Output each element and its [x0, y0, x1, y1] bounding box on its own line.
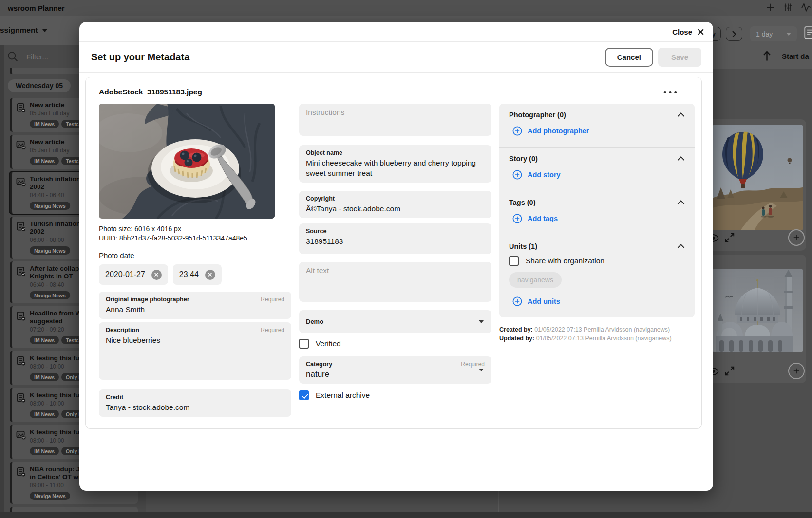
close-button-label[interactable]: Close [672, 28, 692, 36]
save-button[interactable]: Save [658, 48, 701, 67]
add-story-button[interactable]: Add story [512, 170, 561, 180]
balloon-photo[interactable] [713, 125, 803, 230]
media-card[interactable] [701, 119, 806, 251]
document-icon[interactable] [804, 26, 812, 40]
field-value: Mini cheesecake with blueberry and cherr… [306, 158, 485, 178]
relations-panel: Photographer (0) Add photographer Story … [499, 104, 695, 317]
photo-thumbnail[interactable] [99, 104, 275, 219]
checkbox-label: Share with organization [526, 257, 604, 265]
add-photographer-button[interactable]: Add photographer [512, 126, 589, 136]
add-media-button[interactable] [788, 363, 805, 379]
updated-by-value: 01/05/2022 07:13 Pernilla Arvidsson (nav… [536, 335, 672, 342]
clear-time-icon[interactable] [205, 270, 215, 280]
time-chip[interactable]: 23:44 [173, 264, 222, 285]
field-value: Tanya - stock.adobe.com [106, 402, 284, 412]
expand-icon[interactable] [724, 366, 735, 378]
article-check-icon [16, 266, 27, 277]
category-dropdown[interactable]: Category nature Required [299, 356, 491, 384]
date-chip[interactable]: 2020-01-27 [99, 264, 168, 285]
range-dropdown[interactable]: 1 day [750, 26, 797, 41]
collapse-icon[interactable] [677, 156, 685, 161]
view-dropdown[interactable]: ssignment [0, 26, 47, 35]
add-link-label: Add photographer [528, 127, 589, 135]
cancel-button[interactable]: Cancel [605, 48, 653, 67]
search-icon [7, 51, 19, 62]
scrollbar-track[interactable] [0, 45, 4, 518]
external-archive-checkbox[interactable] [299, 390, 309, 400]
next-button[interactable] [726, 27, 742, 41]
metadata-modal: Close Set up your Metadata Cancel Save A… [79, 22, 713, 491]
channel-badge: Naviga News [30, 492, 70, 500]
article-check-icon [16, 311, 27, 322]
sort-arrow-icon[interactable] [763, 50, 771, 62]
field-label: Original image photographer [106, 296, 284, 303]
clear-date-icon[interactable] [151, 270, 162, 280]
add-link-label: Add tags [528, 215, 558, 222]
add-tags-button[interactable]: Add tags [512, 214, 558, 223]
channel-badge: Naviga News [30, 291, 70, 299]
photo-uuid: UUID: 8bb21d37-fa28-5032-951d-5113347a48… [99, 234, 291, 243]
assignment-badges: Naviga News [30, 492, 134, 500]
add-units-button[interactable]: Add units [512, 296, 560, 306]
verified-checkbox[interactable] [299, 339, 309, 349]
collapse-icon[interactable] [677, 112, 685, 117]
column-header-start-date[interactable]: Start da [782, 52, 809, 60]
tags-section: Tags (0) Add tags [499, 191, 695, 235]
checkbox-label: Verified [316, 339, 341, 348]
object-name-field[interactable]: Object name Mini cheesecake with blueber… [299, 145, 491, 183]
mosque-photo[interactable] [713, 269, 803, 352]
section-header: Units (1) [509, 242, 685, 250]
audit-info: Created by: 01/05/2022 07:13 Pernilla Ar… [499, 326, 695, 343]
share-with-organization-row[interactable]: Share with organization [509, 256, 685, 266]
photo-date-label: Photo date [99, 251, 291, 259]
copyright-field[interactable]: Copyright Â©Tanya - stock.adobe.com [299, 191, 491, 218]
channel-badge: IM News [30, 373, 59, 381]
verified-checkbox-row[interactable]: Verified [299, 339, 491, 349]
section-header: Story (0) [509, 155, 685, 163]
field-value: Â©Tanya - stock.adobe.com [306, 204, 485, 214]
more-menu-icon[interactable] [663, 91, 677, 94]
article-check-icon [16, 102, 27, 113]
source-field[interactable]: Source 318951183 [299, 223, 491, 254]
plus-circle-icon [512, 296, 522, 306]
demo-dropdown[interactable]: Demo [299, 310, 491, 333]
add-media-button[interactable] [788, 229, 805, 246]
share-checkbox[interactable] [509, 256, 519, 266]
expand-icon[interactable] [724, 232, 735, 245]
collapse-icon[interactable] [677, 200, 685, 204]
top-bar: wsroom Planner [0, 0, 812, 16]
photographer-field[interactable]: Original image photographer Anna Smith R… [99, 292, 291, 319]
channel-badge: IM News [30, 120, 59, 128]
credit-field[interactable]: Credit Tanya - stock.adobe.com [99, 389, 291, 417]
time-chip-value: 23:44 [179, 270, 199, 279]
external-archive-checkbox-row[interactable]: External archive [299, 390, 491, 400]
section-header: Tags (0) [509, 199, 685, 206]
collapse-icon[interactable] [677, 244, 685, 248]
chevron-right-icon [732, 30, 736, 38]
media-card[interactable] [701, 255, 806, 383]
instructions-field[interactable]: Instructions [299, 104, 491, 136]
chevron-down-icon [479, 320, 484, 326]
plus-circle-icon [512, 126, 522, 136]
description-field[interactable]: Description Nice blueberries Required [99, 322, 291, 380]
add-icon[interactable] [765, 2, 776, 13]
channel-badge: Naviga News [30, 246, 70, 255]
channel-badge: IM News [30, 336, 59, 344]
required-badge: Required [261, 327, 284, 333]
channel-badge: IM News [30, 447, 59, 455]
app-root: wsroom Planner ssignment y 1 day Start d… [0, 0, 812, 518]
placeholder-text: Instructions [306, 108, 344, 116]
alt-text-field[interactable]: Alt text [299, 262, 491, 302]
field-label: Copyright [306, 195, 485, 202]
photographer-section: Photographer (0) Add photographer [499, 104, 695, 147]
channel-badge: IM News [30, 410, 59, 418]
chevron-down-icon [786, 33, 791, 38]
file-name: AdobeStock_318951183.jpeg [99, 88, 202, 96]
plus-circle-icon [512, 170, 522, 180]
close-icon[interactable] [697, 28, 704, 36]
sliders-icon[interactable] [783, 2, 793, 13]
range-dropdown-value: 1 day [756, 30, 773, 38]
activity-icon[interactable] [800, 2, 812, 13]
app-title: wsroom Planner [8, 4, 65, 12]
article-check-icon [16, 221, 27, 232]
